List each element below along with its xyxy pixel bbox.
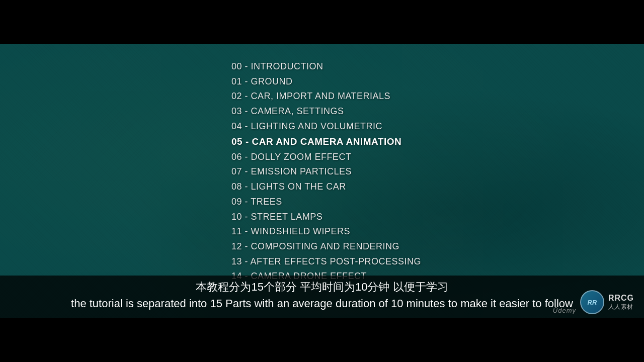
menu-list: 00 - INTRODUCTION01 - GROUND02 - CAR, IM… bbox=[231, 59, 421, 284]
rrcg-brand-text: RRCG 人人素材 bbox=[608, 294, 634, 311]
rrcg-logo-icon: RR bbox=[580, 290, 604, 314]
black-bar-top bbox=[0, 0, 644, 44]
menu-item-4: 04 - LIGHTING AND VOLUMETRIC bbox=[231, 119, 421, 134]
menu-item-10: 10 - STREET LAMPS bbox=[231, 210, 421, 225]
udemy-watermark: Ūdemy bbox=[553, 307, 576, 314]
menu-item-8: 08 - LIGHTS ON THE CAR bbox=[231, 179, 421, 195]
menu-item-0: 00 - INTRODUCTION bbox=[231, 59, 421, 74]
menu-item-5: 05 - CAR AND CAMERA ANIMATION bbox=[231, 134, 421, 149]
menu-item-1: 01 - GROUND bbox=[231, 74, 421, 89]
menu-item-9: 09 - TREES bbox=[231, 195, 421, 210]
menu-item-11: 11 - WINDSHIELD WIPERS bbox=[231, 224, 421, 239]
menu-item-7: 07 - EMISSION PARTICLES bbox=[231, 164, 421, 179]
subtitle-bar: 本教程分为15个部分 平均时间为10分钟 以便于学习 the tutorial … bbox=[0, 276, 644, 318]
rrcg-brand-bottom: 人人素材 bbox=[608, 303, 633, 311]
black-bar-bottom bbox=[0, 318, 644, 362]
subtitle-chinese: 本教程分为15个部分 平均时间为10分钟 以便于学习 bbox=[10, 280, 634, 295]
video-frame: 00 - INTRODUCTION01 - GROUND02 - CAR, IM… bbox=[0, 0, 644, 362]
rrcg-watermark: RR RRCG 人人素材 bbox=[580, 290, 634, 314]
menu-item-12: 12 - COMPOSITING AND RENDERING bbox=[231, 239, 421, 254]
menu-item-13: 13 - AFTER EFFECTS POST-PROCESSING bbox=[231, 254, 421, 269]
rrcg-brand-top: RRCG bbox=[608, 294, 634, 303]
menu-item-3: 03 - CAMERA, SETTINGS bbox=[231, 104, 421, 119]
menu-item-2: 02 - CAR, IMPORT AND MATERIALS bbox=[231, 89, 421, 104]
subtitle-english: the tutorial is separated into 15 Parts … bbox=[10, 296, 634, 312]
menu-item-6: 06 - DOLLY ZOOM EFFECT bbox=[231, 150, 421, 165]
